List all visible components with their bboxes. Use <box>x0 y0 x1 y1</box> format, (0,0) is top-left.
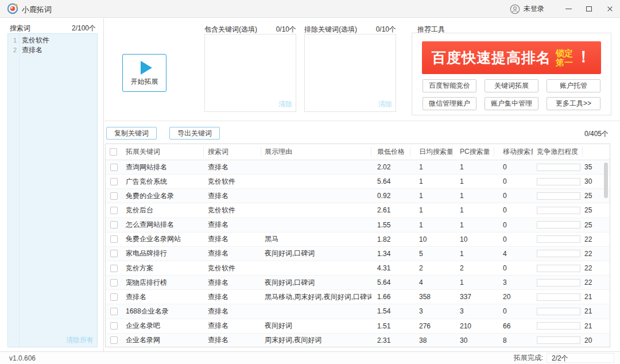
table-row[interactable]: 家电品牌排行查排名夜间好词,口碑词1.3451422 <box>106 247 610 261</box>
table-row[interactable]: 竞价方案竞价软件4.3122022 <box>106 261 610 276</box>
row-checkbox[interactable] <box>110 336 118 344</box>
row-checkbox[interactable] <box>110 279 118 286</box>
table-row[interactable]: 免费的企业名录查排名0.9211025 <box>106 189 610 203</box>
row-checkbox[interactable] <box>110 221 118 229</box>
cell-min-price: 4.31 <box>371 264 410 272</box>
table-row[interactable]: 企业名录网查排名周末好词,夜间好词2.313830820 <box>106 334 610 347</box>
cell-min-price: 0.92 <box>371 192 410 200</box>
promo-banner-exclaim: ！ <box>576 47 591 67</box>
cell-search-term: 查排名 <box>204 307 261 316</box>
row-checkbox[interactable] <box>110 308 118 315</box>
cell-reason: 黑马移动,周末好词,夜间好词,口碑词 <box>261 292 371 302</box>
header-col-comp: 竞争激烈程度 <box>533 147 583 157</box>
exclude-keywords-input[interactable]: 清除 <box>304 34 396 112</box>
expansion-status-label: 拓展完成: <box>514 353 543 363</box>
start-expansion-button[interactable]: 开始拓展 <box>122 54 166 92</box>
login-button[interactable]: 未登录 <box>510 4 544 14</box>
table-row[interactable]: 宠物店排行榜查排名夜间好词,口碑词5.6441322 <box>106 276 610 290</box>
search-term-item[interactable]: 2查排名 <box>8 45 97 55</box>
tool-button-2[interactable]: 关键词拓展 <box>485 79 538 92</box>
include-clear-link[interactable]: 清除 <box>278 99 292 109</box>
row-checkbox[interactable] <box>110 164 118 171</box>
cell-competition-bar <box>533 207 583 214</box>
table-row[interactable]: 免费企业名录网站查排名黑马1.821010022 <box>106 233 610 247</box>
cell-mobile-search-volume: 4 <box>494 250 533 258</box>
tool-button-3[interactable]: 账户托管 <box>547 79 600 92</box>
cell-competition-value: 25 <box>583 206 600 214</box>
cell-mobile-search-volume: 8 <box>494 336 533 344</box>
tool-button-6[interactable]: 更多工具>> <box>547 97 600 110</box>
cell-keyword: 查排名 <box>122 292 204 302</box>
table-row[interactable]: 1688企业名录查排名1.5433021 <box>106 304 610 319</box>
competition-bar-track <box>537 178 580 185</box>
table-row[interactable]: 查询网站排名查排名2.0211035 <box>106 160 610 175</box>
cell-keyword: 查询网站排名 <box>122 162 204 172</box>
tool-button-4[interactable]: 微信管理账户 <box>423 97 476 110</box>
header-col-search: 搜索词 <box>204 147 261 157</box>
row-checkbox[interactable] <box>110 235 118 243</box>
include-keywords-input[interactable]: 清除 <box>204 34 296 112</box>
search-term-item[interactable]: 1竞价软件 <box>8 36 97 45</box>
row-checkbox-cell <box>106 322 122 330</box>
row-checkbox[interactable] <box>110 207 118 214</box>
cell-keyword: 1688企业名录 <box>122 307 204 316</box>
clear-all-link[interactable]: 清除所有 <box>66 335 94 345</box>
cell-min-price: 1.51 <box>371 322 410 330</box>
cell-competition-value: 35 <box>583 163 600 171</box>
row-checkbox-cell <box>106 235 122 243</box>
cell-mobile-search-volume: 0 <box>494 192 533 200</box>
close-button[interactable] <box>599 0 620 18</box>
table-row[interactable]: 竞价后台竞价软件2.6111025 <box>106 203 610 218</box>
cell-search-term: 查排名 <box>204 292 261 302</box>
table-scrollbar-thumb[interactable] <box>604 162 608 198</box>
row-checkbox[interactable] <box>110 178 118 185</box>
cell-competition-value: 25 <box>583 221 600 229</box>
select-all-checkbox[interactable] <box>110 148 117 156</box>
tool-button-1[interactable]: 百度智能竞价 <box>423 79 476 92</box>
cell-search-term: 查排名 <box>204 220 261 230</box>
results-table-header: 拓展关键词搜索词展示理由最低价格日均搜索量PC搜索量移动搜索量竞争激烈程度 <box>106 144 610 160</box>
promo-banner[interactable]: 百度快速提高排名 锁定 第一 ！ <box>422 41 601 74</box>
row-checkbox[interactable] <box>110 265 118 272</box>
table-scrollbar[interactable] <box>604 161 608 344</box>
row-checkbox-cell <box>106 207 122 214</box>
cell-keyword: 怎么查网站排名 <box>122 220 204 230</box>
minimize-button[interactable] <box>558 0 579 18</box>
cell-competition-bar <box>533 279 583 286</box>
competition-bar-track <box>537 235 580 243</box>
cell-keyword: 家电品牌排行 <box>122 249 204 258</box>
competition-bar-track <box>537 293 580 301</box>
table-row[interactable]: 企业名录吧查排名夜间好词1.512762106621 <box>106 319 610 334</box>
row-checkbox-cell <box>106 336 122 344</box>
app-version: v1.0.606 <box>9 354 36 362</box>
tool-button-5[interactable]: 账户集中管理 <box>485 97 538 110</box>
app-logo-icon <box>7 3 18 14</box>
export-keywords-button[interactable]: 导出关键词 <box>169 127 220 140</box>
exclude-clear-link[interactable]: 清除 <box>378 99 392 109</box>
cell-min-price: 1.54 <box>371 307 410 315</box>
tool-buttons-grid: 百度智能竞价关键词拓展账户托管微信管理账户账户集中管理更多工具>> <box>423 79 600 110</box>
search-terms-listbox[interactable]: 1竞价软件2查排名 清除所有 <box>7 33 98 347</box>
competition-bar-track <box>537 336 580 344</box>
cell-daily-search-volume: 276 <box>410 322 453 330</box>
row-checkbox[interactable] <box>110 250 118 257</box>
maximize-button[interactable] <box>579 0 599 18</box>
cell-search-term: 竞价软件 <box>204 206 261 215</box>
cell-mobile-search-volume: 3 <box>494 278 533 286</box>
cell-daily-search-volume: 1 <box>410 221 453 229</box>
cell-mobile-search-volume: 0 <box>494 221 533 229</box>
copy-keywords-button[interactable]: 复制关键词 <box>106 127 157 140</box>
table-row[interactable]: 怎么查网站排名查排名1.5511025 <box>106 218 610 233</box>
search-terms-list: 1竞价软件2查排名 <box>8 34 97 55</box>
table-row[interactable]: 广告竞价系统竞价软件5.6411030 <box>106 175 610 189</box>
row-checkbox[interactable] <box>110 322 118 330</box>
row-checkbox[interactable] <box>110 293 118 301</box>
cell-daily-search-volume: 4 <box>410 278 453 286</box>
cell-daily-search-volume: 358 <box>410 293 453 301</box>
row-checkbox-cell <box>106 308 122 315</box>
cell-search-term: 查排名 <box>204 278 261 288</box>
table-row[interactable]: 查排名查排名黑马移动,周末好词,夜间好词,口碑词1.663583372021 <box>106 290 610 304</box>
start-expansion-label: 开始拓展 <box>131 77 158 87</box>
cell-pc-search-volume: 10 <box>453 235 494 243</box>
row-checkbox[interactable] <box>110 192 118 200</box>
